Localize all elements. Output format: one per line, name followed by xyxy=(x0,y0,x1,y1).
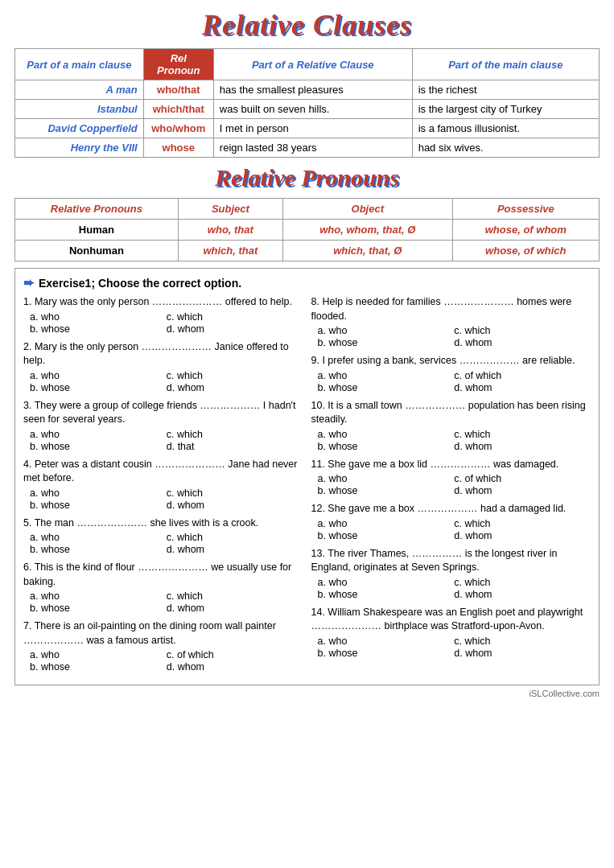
q-num: 14. xyxy=(311,607,325,618)
option-4-3: d. whom xyxy=(167,544,303,555)
q-item: 7. There is an oil-painting on the dinin… xyxy=(23,619,303,673)
option-3-0: a. who xyxy=(30,487,167,499)
q-item: 5. The man ………………… she lives with is a c… xyxy=(23,516,303,556)
q-text-1: 2. Mary is the only person ………………… Janic… xyxy=(23,340,303,368)
option-3-2: b. whose xyxy=(318,485,455,496)
options-grid-3: a. whoc. of whichb. whosed. whom xyxy=(311,473,591,496)
option-1-1: c. which xyxy=(167,370,303,381)
option-0-3: d. whom xyxy=(167,323,303,335)
q-text-1: 9. I prefer using a bank, services ……………… xyxy=(311,354,591,368)
clauses-cell-1-0: Istanbul xyxy=(15,100,144,119)
options-grid-3: a. whoc. whichb. whosed. whom xyxy=(23,487,303,511)
q-item: 8. Help is needed for families ………………… h… xyxy=(311,295,591,348)
option-6-0: a. who xyxy=(30,649,167,660)
q-text-0: 1. Mary was the only person ………………… offe… xyxy=(23,295,303,310)
option-6-1: c. of which xyxy=(167,649,303,660)
q-text-3: 11. She gave me a box lid ……………… was dam… xyxy=(311,458,591,472)
option-0-0: a. who xyxy=(30,311,167,323)
q-item: 14. William Shakespeare was an English p… xyxy=(311,606,591,659)
exercise-title-text: Exercise1; Choose the correct option. xyxy=(39,277,241,290)
clauses-cell-2-3: is a famous illusionist. xyxy=(412,119,599,138)
q-num: 5. xyxy=(23,517,31,529)
clauses-cell-1-3: is the largest city of Turkey xyxy=(412,100,599,119)
exercise-columns: 1. Mary was the only person ………………… offe… xyxy=(23,295,591,678)
option-0-3: d. whom xyxy=(454,337,591,348)
clauses-header-col4: Part of the main clause xyxy=(412,49,599,80)
options-grid-5: a. whoc. whichb. whosed. whom xyxy=(311,577,591,600)
pronouns-cell-1-1: which, that xyxy=(178,241,282,261)
pronouns-header-1: Subject xyxy=(178,199,282,220)
option-2-2: b. whose xyxy=(30,441,167,452)
option-3-0: a. who xyxy=(318,473,455,484)
options-grid-1: a. whoc. of whichb. whosed. whom xyxy=(311,370,591,393)
q-text-4: 5. The man ………………… she lives with is a c… xyxy=(23,516,303,531)
option-5-3: d. whom xyxy=(167,603,303,614)
option-5-1: c. which xyxy=(167,590,303,602)
footer: iSLCollective.com xyxy=(14,689,600,698)
option-1-0: a. who xyxy=(318,370,455,381)
q-num: 2. xyxy=(23,341,31,352)
option-4-2: b. whose xyxy=(30,544,167,555)
q-text-2: 3. They were a group of college friends … xyxy=(23,399,303,427)
option-4-1: c. which xyxy=(454,518,591,529)
clauses-cell-2-2: I met in person xyxy=(213,119,412,138)
q-num: 3. xyxy=(23,400,31,411)
option-5-0: a. who xyxy=(30,590,167,602)
clauses-header-col1: Part of a main clause xyxy=(15,49,144,80)
clauses-cell-0-0: A man xyxy=(15,80,144,100)
option-0-1: c. which xyxy=(454,325,591,336)
option-6-2: b. whose xyxy=(30,661,167,673)
pronouns-header-3: Possessive xyxy=(452,199,599,220)
q-item: 4. Peter was a distant cousin ………………… Ja… xyxy=(23,458,303,511)
clauses-cell-3-1: whose xyxy=(143,138,213,158)
option-2-1: c. which xyxy=(167,429,303,440)
option-3-3: d. whom xyxy=(167,500,303,511)
clauses-cell-0-3: is the richest xyxy=(412,80,599,100)
options-grid-6: a. whoc. of whichb. whosed. whom xyxy=(23,649,303,673)
q-item: 13. The river Thames, …………… is the longe… xyxy=(311,547,591,600)
pronouns-cell-0-1: who, that xyxy=(178,220,282,241)
option-4-0: a. who xyxy=(30,532,167,543)
option-1-2: b. whose xyxy=(318,382,455,393)
q-text-0: 8. Help is needed for families ………………… h… xyxy=(311,295,591,323)
option-5-2: b. whose xyxy=(30,603,167,614)
options-grid-5: a. whoc. whichb. whosed. whom xyxy=(23,590,303,614)
option-4-2: b. whose xyxy=(318,530,455,541)
clauses-cell-0-2: has the smallest pleasures xyxy=(213,80,412,100)
options-grid-4: a. whoc. whichb. whosed. whom xyxy=(23,532,303,555)
option-4-3: d. whom xyxy=(454,530,591,541)
q-num: 7. xyxy=(23,620,31,631)
q-item: 11. She gave me a box lid ……………… was dam… xyxy=(311,458,591,497)
q-text-4: 12. She gave me a box ……………… had a damag… xyxy=(311,502,591,516)
q-item: 10. It is a small town ……………… population… xyxy=(311,399,591,452)
pronouns-cell-1-3: whose, of which xyxy=(452,241,599,261)
option-0-1: c. which xyxy=(167,311,303,323)
q-num: 6. xyxy=(23,562,31,573)
pronouns-cell-1-0: Nonhuman xyxy=(15,241,179,261)
option-1-2: b. whose xyxy=(30,382,167,393)
option-4-0: a. who xyxy=(318,518,455,529)
options-grid-2: a. whoc. whichb. whosed. whom xyxy=(311,429,591,452)
option-5-1: c. which xyxy=(454,577,591,588)
option-0-2: b. whose xyxy=(30,323,167,335)
option-1-3: d. whom xyxy=(454,382,591,393)
option-0-2: b. whose xyxy=(318,337,455,348)
option-4-1: c. which xyxy=(167,532,303,543)
q-item: 1. Mary was the only person ………………… offe… xyxy=(23,295,303,335)
q-text-5: 6. This is the kind of flour ………………… we … xyxy=(23,561,303,589)
option-6-1: c. which xyxy=(454,636,591,647)
option-6-3: d. whom xyxy=(167,661,303,673)
option-1-1: c. of which xyxy=(454,370,591,381)
option-5-2: b. whose xyxy=(318,589,455,600)
option-1-3: d. whom xyxy=(167,382,303,393)
option-3-1: c. which xyxy=(167,487,303,499)
arrow-icon: ➨ xyxy=(23,275,34,290)
pronouns-cell-0-2: who, whom, that, Ø xyxy=(282,220,452,241)
q-item: 3. They were a group of college friends … xyxy=(23,399,303,452)
pronouns-cell-0-3: whose, of whom xyxy=(452,220,599,241)
q-num: 11. xyxy=(311,459,325,470)
pronouns-cell-0-0: Human xyxy=(15,220,179,241)
q-num: 10. xyxy=(311,400,325,411)
clauses-cell-3-3: had six wives. xyxy=(412,138,599,158)
q-num: 12. xyxy=(311,503,325,514)
